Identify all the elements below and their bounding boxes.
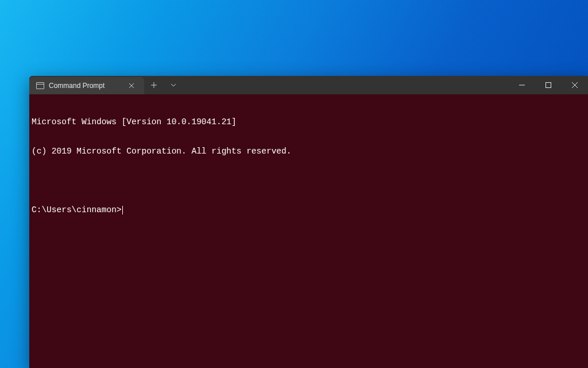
terminal-icon (36, 82, 44, 89)
minimize-button[interactable] (509, 76, 535, 94)
terminal-body[interactable]: Microsoft Windows [Version 10.0.19041.21… (29, 94, 588, 368)
window-controls (509, 76, 588, 94)
chevron-down-icon (170, 82, 177, 89)
terminal-window: Command Prompt (29, 76, 588, 368)
plus-icon (150, 82, 157, 89)
close-icon (129, 83, 134, 89)
banner-line: (c) 2019 Microsoft Corporation. All righ… (32, 147, 586, 156)
tab-command-prompt[interactable]: Command Prompt (29, 77, 144, 94)
maximize-button[interactable] (535, 76, 562, 94)
svg-rect-5 (546, 83, 551, 88)
maximize-icon (546, 82, 551, 88)
minimize-icon (519, 82, 525, 88)
blank-line (32, 176, 586, 186)
titlebar[interactable]: Command Prompt (29, 76, 588, 94)
prompt-line[interactable]: C:\Users\cinnamon> (32, 205, 586, 215)
titlebar-drag-region[interactable] (183, 76, 509, 94)
prompt-text: C:\Users\cinnamon> (32, 205, 122, 215)
tab-close-button[interactable] (125, 79, 138, 93)
tab-title: Command Prompt (49, 82, 125, 90)
tab-dropdown-button[interactable] (164, 76, 183, 94)
close-button[interactable] (562, 76, 588, 94)
close-icon (572, 82, 578, 88)
new-tab-button[interactable] (144, 76, 164, 94)
text-cursor (122, 206, 123, 214)
desktop-background: Command Prompt (0, 0, 588, 368)
banner-line: Microsoft Windows [Version 10.0.19041.21… (32, 117, 586, 127)
